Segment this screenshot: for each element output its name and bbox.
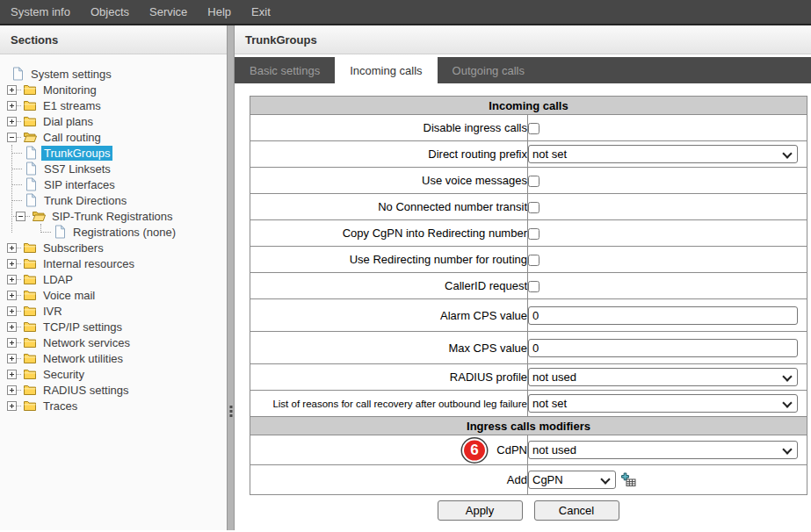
expand-plus-icon[interactable] bbox=[7, 401, 17, 411]
tree-item-sip-trunk-registrations[interactable]: SIP-Trunk Registrations bbox=[0, 208, 227, 224]
expand-plus-icon[interactable] bbox=[7, 275, 17, 284]
tree-item-label: SIP interfaces bbox=[41, 177, 118, 192]
select-radius-profile[interactable]: not used bbox=[528, 368, 798, 386]
panel-splitter[interactable] bbox=[227, 25, 235, 530]
form-row-disable-ingress-calls: Disable ingress calls bbox=[250, 115, 807, 141]
input-alarm-cps-value[interactable] bbox=[528, 306, 798, 325]
checkbox-no-connected-number-transit[interactable] bbox=[528, 202, 539, 213]
add-entry-icon[interactable] bbox=[621, 472, 636, 487]
menu-item-service[interactable]: Service bbox=[149, 5, 187, 18]
form-row-use-redirecting-number-for-routing: Use Redirecting number for routing bbox=[250, 247, 807, 273]
field-control-cell bbox=[528, 332, 807, 364]
expand-plus-icon[interactable] bbox=[7, 354, 17, 363]
form-row-cdpn: CdPN6not used bbox=[250, 435, 807, 465]
folder-icon bbox=[23, 304, 37, 318]
tree-item-internal-resources[interactable]: Internal resources bbox=[0, 255, 227, 271]
section-header-row: Incoming calls bbox=[250, 97, 807, 115]
folder-icon bbox=[23, 335, 37, 349]
tree-item-trunkgroups[interactable]: TrunkGroups bbox=[0, 145, 227, 161]
tree-item-system-settings[interactable]: System settings bbox=[0, 66, 227, 82]
tab-basic-settings[interactable]: Basic settings bbox=[235, 57, 335, 83]
tree-item-label: Voice mail bbox=[40, 288, 98, 303]
content-area: Incoming callsDisable ingress callsDirec… bbox=[235, 83, 811, 530]
select-add[interactable]: CgPN bbox=[528, 471, 616, 489]
tree-item-call-routing[interactable]: Call routing bbox=[0, 129, 227, 145]
tree-item-ivr[interactable]: IVR bbox=[0, 303, 227, 319]
select-list-of-reasons-for-call-recovery-after-outbound-leg-failure[interactable]: not set bbox=[528, 394, 798, 413]
field-label: Direct routing prefix bbox=[428, 147, 527, 161]
form-row-use-voice-messages: Use voice messages bbox=[250, 168, 807, 194]
tree-item-label: LDAP bbox=[40, 272, 76, 287]
form-row-alarm-cps-value: Alarm CPS value bbox=[250, 299, 807, 332]
folder-open-icon bbox=[23, 130, 37, 144]
tab-incoming-calls[interactable]: Incoming calls bbox=[335, 57, 437, 83]
field-control-cell bbox=[528, 115, 807, 141]
tree-item-security[interactable]: Security bbox=[0, 366, 227, 382]
main-header: TrunkGroups bbox=[235, 25, 811, 54]
field-control-cell: not used bbox=[528, 364, 807, 391]
tree-item-ldap[interactable]: LDAP bbox=[0, 271, 227, 287]
tree-item-label: Security bbox=[40, 367, 87, 382]
field-control-cell bbox=[528, 299, 807, 332]
tree-item-label: TCP/IP settings bbox=[40, 320, 125, 334]
tree-item-trunk-directions[interactable]: Trunk Directions bbox=[0, 192, 227, 208]
splitter-grip-icon[interactable] bbox=[229, 406, 232, 417]
expand-plus-icon[interactable] bbox=[7, 117, 17, 126]
tree-item-sip-interfaces[interactable]: SIP interfaces bbox=[0, 176, 227, 192]
folder-icon bbox=[23, 272, 37, 286]
tree-item-ss7-linksets[interactable]: SS7 Linksets bbox=[0, 161, 227, 176]
tree-item-network-utilities[interactable]: Network utilities bbox=[0, 350, 227, 366]
cancel-button[interactable]: Cancel bbox=[534, 500, 619, 521]
expand-plus-icon[interactable] bbox=[7, 370, 17, 379]
expand-plus-icon[interactable] bbox=[7, 243, 17, 253]
expand-plus-icon[interactable] bbox=[7, 306, 17, 316]
checkbox-use-redirecting-number-for-routing[interactable] bbox=[528, 255, 539, 266]
expand-plus-icon[interactable] bbox=[7, 259, 17, 269]
expand-plus-icon[interactable] bbox=[7, 85, 17, 95]
menu-item-objects[interactable]: Objects bbox=[91, 5, 129, 18]
expand-plus-icon[interactable] bbox=[7, 101, 17, 111]
collapse-minus-icon[interactable] bbox=[7, 133, 17, 142]
tree-item-label: SIP-Trunk Registrations bbox=[49, 209, 176, 224]
field-label-cell: Add bbox=[250, 465, 528, 495]
tree-item-registrations-none[interactable]: Registrations (none) bbox=[0, 224, 227, 240]
field-label-cell: Direct routing prefix bbox=[250, 141, 528, 168]
menu-item-exit[interactable]: Exit bbox=[251, 5, 271, 18]
field-control-cell: CgPN bbox=[528, 465, 807, 495]
field-label: Disable ingress calls bbox=[424, 121, 528, 134]
select-wrapper: not used bbox=[528, 441, 798, 459]
checkbox-copy-cgpn-into-redirecting-number[interactable] bbox=[528, 228, 539, 240]
field-control-cell bbox=[528, 247, 807, 273]
checkbox-disable-ingress-calls[interactable] bbox=[528, 123, 539, 134]
tree-item-monitoring[interactable]: Monitoring bbox=[0, 82, 227, 97]
tree-item-traces[interactable]: Traces bbox=[0, 398, 227, 413]
tree-item-label: Monitoring bbox=[40, 83, 99, 97]
document-icon bbox=[24, 193, 38, 207]
tree-item-radius-settings[interactable]: RADIUS settings bbox=[0, 382, 227, 398]
tree-connector bbox=[17, 279, 21, 280]
expand-plus-icon[interactable] bbox=[7, 322, 17, 332]
tree-item-subscribers[interactable]: Subscribers bbox=[0, 240, 227, 255]
menu-item-system-info[interactable]: System info bbox=[11, 5, 70, 18]
tree-connector bbox=[17, 137, 21, 138]
apply-button[interactable]: Apply bbox=[438, 500, 523, 521]
tree-item-tcp-ip-settings[interactable]: TCP/IP settings bbox=[0, 319, 227, 334]
checkbox-use-voice-messages[interactable] bbox=[528, 176, 539, 187]
tree-item-network-services[interactable]: Network services bbox=[0, 334, 227, 350]
collapse-minus-icon[interactable] bbox=[16, 212, 25, 221]
expand-plus-icon[interactable] bbox=[7, 338, 17, 348]
tree-item-e1-streams[interactable]: E1 streams bbox=[0, 97, 227, 113]
menu-item-help[interactable]: Help bbox=[207, 5, 231, 18]
select-cdpn[interactable]: not used bbox=[528, 441, 798, 459]
checkbox-callerid-request[interactable] bbox=[528, 281, 539, 292]
input-max-cps-value[interactable] bbox=[528, 339, 798, 357]
expand-plus-icon[interactable] bbox=[7, 385, 17, 395]
sidebar-header: Sections bbox=[0, 25, 227, 54]
expand-plus-icon[interactable] bbox=[7, 291, 17, 300]
field-label: Use voice messages bbox=[422, 174, 527, 187]
select-direct-routing-prefix[interactable]: not set bbox=[528, 145, 798, 163]
tree-item-dial-plans[interactable]: Dial plans bbox=[0, 113, 227, 129]
tab-outgoing-calls[interactable]: Outgoing calls bbox=[438, 57, 539, 83]
select-wrapper: not used bbox=[528, 368, 798, 386]
tree-item-voice-mail[interactable]: Voice mail bbox=[0, 287, 227, 303]
